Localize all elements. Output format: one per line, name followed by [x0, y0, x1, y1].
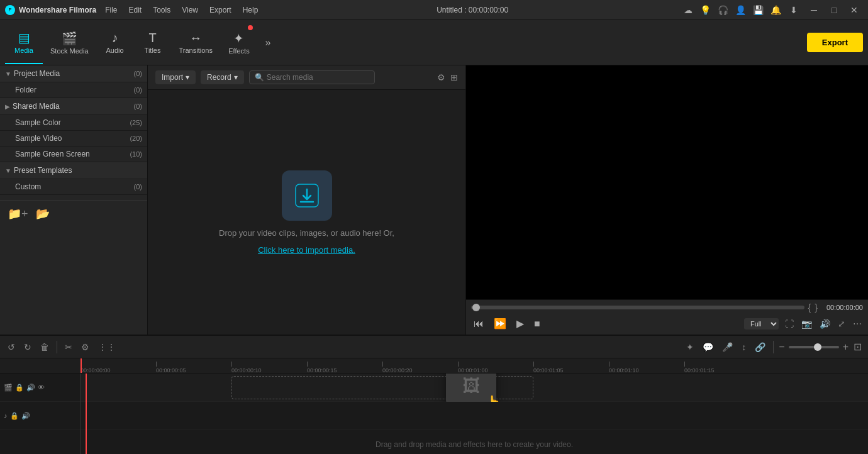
minimize-button[interactable]: ─: [805, 3, 823, 18]
video-eye-icon[interactable]: 👁: [38, 384, 45, 391]
media-panel: Import ▾ Record ▾ 🔍 ⚙ ⊞: [148, 65, 465, 335]
project-media-chevron: ▼: [5, 70, 11, 77]
more-icon[interactable]: ⋯: [853, 319, 862, 329]
undo-button[interactable]: ↺: [5, 341, 18, 353]
headphones-icon[interactable]: 🎧: [717, 4, 730, 16]
stop-button[interactable]: ■: [531, 317, 543, 331]
ruler-mark-6: 00:00:01:05: [533, 362, 564, 374]
search-input[interactable]: [267, 73, 369, 82]
sidebar-section-project-media[interactable]: ▼ Project Media (0): [0, 65, 147, 82]
track-labels: 🎬 🔒 🔊 👁 ♪ 🔒 🔊: [0, 374, 81, 454]
zoom-select[interactable]: Full 75% 50% 25%: [744, 318, 779, 329]
sidebar-item-sample-color[interactable]: Sample Color (25): [0, 115, 147, 131]
record-button[interactable]: Record ▾: [201, 70, 244, 84]
drag-media-icon: 🖼: [462, 375, 480, 396]
video-mute-icon[interactable]: 🔊: [26, 384, 35, 392]
sidebar-item-folder[interactable]: Folder (0): [0, 82, 147, 98]
ruler-mark-8: 00:00:01:15: [684, 362, 715, 374]
bulb-icon[interactable]: 💡: [699, 4, 712, 16]
sidebar-item-custom[interactable]: Custom (0): [0, 179, 147, 195]
ruler-marks: 00:00:00:00 00:00:00:05 00:00:00:10 00:0…: [81, 358, 868, 374]
audio-lock-icon[interactable]: 🔒: [10, 412, 19, 420]
ruler-mark-0: 00:00:00:00: [81, 362, 111, 374]
save-icon[interactable]: 💾: [752, 4, 765, 16]
play-button[interactable]: ▶: [514, 316, 526, 331]
menu-tools[interactable]: Tools: [148, 4, 175, 16]
menu-bar[interactable]: File Edit Tools View Export Help: [100, 4, 263, 16]
mic-button[interactable]: 🎤: [720, 341, 735, 353]
sidebar-section-preset-templates[interactable]: ▼ Preset Templates: [0, 162, 147, 179]
out-bracket[interactable]: }: [815, 302, 818, 313]
fullscreen-icon[interactable]: ⤢: [838, 319, 845, 329]
captions-button[interactable]: 💬: [700, 341, 716, 353]
toolbar-transitions[interactable]: ↔ Transitions: [172, 21, 220, 64]
snapshot-icon[interactable]: 📷: [801, 319, 812, 329]
record-label: Record: [207, 73, 231, 82]
audio-mute-icon[interactable]: 🔊: [21, 412, 30, 420]
menu-file[interactable]: File: [100, 4, 122, 16]
sidebar-item-sample-green[interactable]: Sample Green Screen (10): [0, 147, 147, 162]
titles-label: Titles: [145, 47, 161, 54]
download-icon[interactable]: ⬇: [787, 4, 800, 16]
link-button[interactable]: 🔗: [752, 341, 768, 353]
toolbar-media[interactable]: ▤ Media: [5, 21, 43, 64]
sidebar-item-sample-video[interactable]: Sample Video (20): [0, 131, 147, 147]
sidebar-section-shared-media[interactable]: ▶ Shared Media (0): [0, 98, 147, 115]
user-icon[interactable]: 👤: [735, 4, 747, 16]
effects-tl-button[interactable]: ✦: [684, 341, 696, 353]
fit-screen-icon[interactable]: ⛶: [785, 319, 794, 329]
zoom-slider-handle[interactable]: [814, 343, 821, 351]
drop-icon-box: [282, 170, 332, 221]
audio-button[interactable]: ⋮⋮: [96, 341, 118, 353]
grid-view-icon[interactable]: ⊞: [450, 72, 458, 82]
delete-button[interactable]: 🗑: [38, 341, 52, 353]
separator-2: [773, 341, 774, 353]
volume-icon[interactable]: 🔊: [820, 319, 830, 329]
menu-edit[interactable]: Edit: [123, 4, 147, 16]
zoom-minus-icon[interactable]: −: [779, 341, 784, 353]
shared-media-chevron: ▶: [5, 103, 10, 110]
menu-export[interactable]: Export: [204, 4, 236, 16]
app-name: Wondershare Filmora: [19, 6, 96, 14]
filter-icon[interactable]: ⚙: [437, 72, 445, 82]
step-back-button[interactable]: ⏮: [471, 317, 486, 331]
toolbar-effects[interactable]: ✦ Effects: [220, 21, 258, 64]
search-box[interactable]: 🔍: [249, 70, 375, 84]
ruler-mark-2: 00:00:00:10: [231, 362, 262, 374]
close-button[interactable]: ✕: [845, 3, 863, 18]
cloud-icon[interactable]: ☁: [682, 4, 694, 16]
zoom-plus-icon[interactable]: +: [843, 341, 849, 353]
properties-button[interactable]: ⚙: [79, 341, 92, 353]
scrubber-handle[interactable]: [472, 304, 480, 311]
slow-motion-button[interactable]: ⏩: [491, 316, 509, 331]
notification-icon[interactable]: 🔔: [770, 4, 782, 16]
redo-button[interactable]: ↻: [21, 341, 34, 353]
toolbar-titles[interactable]: T Titles: [134, 21, 172, 64]
ruler-playhead: [81, 358, 82, 374]
in-bracket[interactable]: {: [808, 302, 811, 313]
toolbar-audio[interactable]: ♪ Audio: [96, 21, 134, 64]
video-track-label: 🎬 🔒 🔊 👁: [0, 374, 80, 402]
drop-zone: Drop your video clips, images, or audio …: [148, 90, 465, 335]
import-link[interactable]: Click here to import media.: [258, 245, 355, 255]
menu-help[interactable]: Help: [238, 4, 264, 16]
export-button[interactable]: Export: [807, 33, 863, 52]
zoom-slider[interactable]: [789, 346, 839, 348]
split-button[interactable]: ✂: [62, 341, 75, 353]
adjust-button[interactable]: ↕: [739, 341, 748, 353]
folder-icon-2[interactable]: 📂: [36, 207, 50, 221]
stock-media-label: Stock Media: [50, 47, 89, 55]
effects-badge: [248, 25, 253, 30]
transitions-icon: ↔: [189, 31, 202, 45]
toolbar-more[interactable]: »: [258, 21, 278, 64]
crop-icon[interactable]: ⊡: [854, 341, 862, 353]
maximize-button[interactable]: □: [825, 3, 843, 18]
video-lock-icon[interactable]: 🔒: [15, 384, 24, 392]
toolbar-stock-media[interactable]: 🎬 Stock Media: [43, 21, 96, 64]
preview-scrubber[interactable]: [471, 306, 804, 309]
title-bar-left: F Wondershare Filmora File Edit Tools Vi…: [5, 4, 263, 16]
ruler-mark-4: 00:00:00:20: [382, 362, 413, 374]
menu-view[interactable]: View: [177, 4, 203, 16]
import-button[interactable]: Import ▾: [155, 70, 196, 84]
add-folder-icon[interactable]: 📁+: [8, 207, 28, 221]
